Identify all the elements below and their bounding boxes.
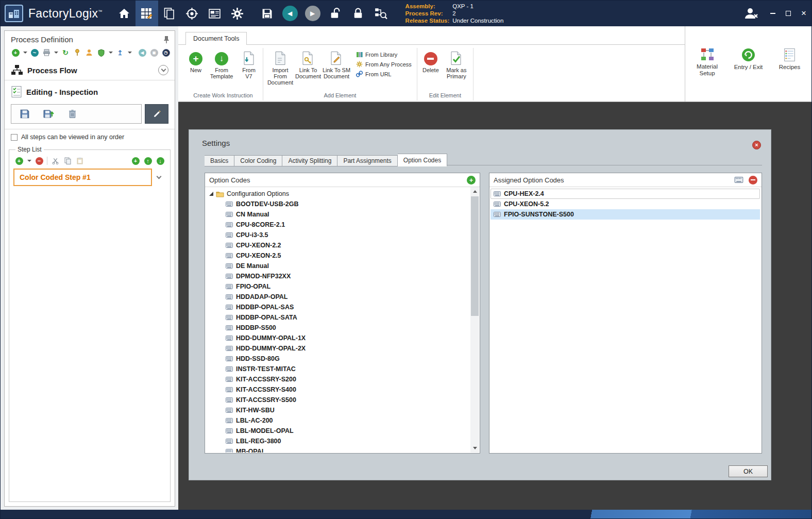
maximize-button[interactable]: [781, 1, 796, 26]
user-icon[interactable]: [84, 48, 94, 57]
option-code-item[interactable]: MB-OPAL: [205, 446, 470, 453]
target-button[interactable]: [181, 1, 204, 26]
material-setup-button[interactable]: Material Setup: [690, 48, 724, 77]
option-code-item[interactable]: HDDBP-OPAL-SATA: [205, 312, 470, 323]
option-code-item[interactable]: HDDBP-S500: [205, 323, 470, 333]
option-code-item[interactable]: KIT-ACCSSRY-S500: [205, 395, 470, 405]
step-chevron-icon[interactable]: [157, 174, 162, 179]
save-document-button[interactable]: [15, 106, 34, 122]
pin-icon[interactable]: [163, 36, 170, 44]
print-caret-icon[interactable]: [54, 52, 58, 54]
find-step-icon[interactable]: +: [131, 156, 140, 165]
assigned-option-item[interactable]: CPU-HEX-2.4: [490, 189, 760, 199]
tab-document-tools[interactable]: Document Tools: [185, 32, 247, 45]
option-code-item[interactable]: CPU-XEON-2.5: [205, 250, 470, 261]
move-step-up-icon[interactable]: ↑: [143, 156, 153, 165]
option-code-item[interactable]: BOOTDEV-USB-2GB: [205, 199, 470, 209]
from-url-button[interactable]: From URL: [356, 71, 412, 77]
remove-step-icon[interactable]: −: [35, 156, 44, 165]
process-flow-row[interactable]: Process Flow: [5, 60, 175, 80]
remove-assigned-button[interactable]: [749, 176, 757, 185]
settings-tab[interactable]: Color Coding: [234, 155, 282, 166]
from-library-button[interactable]: From Library: [356, 51, 412, 58]
option-code-item[interactable]: DPMOD-NFP32XX: [205, 271, 470, 281]
new-button[interactable]: + New: [187, 48, 205, 73]
scrollbar-thumb[interactable]: [471, 196, 479, 316]
cut-icon[interactable]: [50, 156, 60, 165]
print-icon[interactable]: [42, 48, 51, 57]
option-code-item[interactable]: HDD-DUMMY-OPAL-2X: [205, 343, 470, 354]
option-code-item[interactable]: HDD-SSD-80G: [205, 354, 470, 364]
save-as-template-button[interactable]: [39, 106, 58, 122]
option-code-item[interactable]: CPU-XEON-2.2: [205, 240, 470, 250]
edit-mode-button[interactable]: [145, 104, 168, 124]
stop-icon[interactable]: ■: [149, 48, 159, 57]
assigned-option-item[interactable]: FPIO-SUNSTONE-S500: [490, 209, 760, 220]
option-code-item[interactable]: LBL-MODEL-OPAL: [205, 426, 470, 436]
option-code-item[interactable]: DE Manual: [205, 261, 470, 271]
settings-tab[interactable]: Basics: [205, 155, 234, 166]
option-codes-scrollbar[interactable]: [470, 187, 479, 453]
history-icon[interactable]: ◷: [161, 48, 171, 57]
collapse-section-button[interactable]: [158, 65, 168, 75]
home-button[interactable]: [113, 1, 136, 26]
export-caret-icon[interactable]: [128, 52, 132, 54]
tree-expander-icon[interactable]: [209, 192, 213, 196]
paste-icon[interactable]: [75, 156, 84, 165]
add-process-icon[interactable]: +: [11, 48, 20, 57]
lock-button[interactable]: [347, 1, 369, 26]
settings-tab[interactable]: Part Assignments: [337, 155, 397, 166]
recipes-button[interactable]: Recipes: [773, 48, 807, 71]
settings-tab[interactable]: Option Codes: [398, 154, 447, 166]
shield-caret-icon[interactable]: [109, 52, 113, 54]
order-checkbox[interactable]: [11, 134, 18, 141]
option-code-item[interactable]: KIT-ACCSSRY-S200: [205, 374, 470, 384]
mark-as-primary-button[interactable]: Mark as Primary: [443, 48, 470, 79]
from-v7-button[interactable]: From V7: [238, 48, 260, 79]
assigned-option-item[interactable]: CPU-XEON-5.2: [490, 199, 760, 209]
forward-button[interactable]: ▶: [301, 1, 324, 26]
documents-button[interactable]: [158, 1, 181, 26]
from-template-button[interactable]: ↓ From Template: [207, 48, 236, 79]
entry-exit-button[interactable]: Entry / Exit: [732, 48, 766, 71]
delete-element-button[interactable]: Delete: [420, 48, 441, 73]
option-code-item[interactable]: INSTR-TEST-MITAC: [205, 364, 470, 374]
close-button[interactable]: ×: [796, 1, 811, 26]
option-code-item[interactable]: HDDADAP-OPAL: [205, 292, 470, 302]
option-code-item[interactable]: LBL-REG-3800: [205, 436, 470, 446]
step-item[interactable]: Color Coded Step #1: [13, 169, 152, 186]
option-code-item[interactable]: CPU-8CORE-2.1: [205, 220, 470, 230]
sync-icon[interactable]: ↻: [61, 48, 70, 57]
dialog-close-button[interactable]: ×: [752, 141, 761, 149]
option-code-item[interactable]: FPIO-OPAL: [205, 281, 470, 292]
option-code-item[interactable]: CN Manual: [205, 209, 470, 220]
option-code-item[interactable]: LBL-AC-200: [205, 415, 470, 426]
import-from-document-button[interactable]: Import From Document: [266, 48, 294, 86]
keyboard-entry-icon[interactable]: [734, 177, 743, 183]
option-code-item[interactable]: KIT-ACCSSRY-S400: [205, 384, 470, 395]
unlock-button[interactable]: [324, 1, 347, 26]
option-code-item[interactable]: HDD-DUMMY-OPAL-1X: [205, 333, 470, 343]
option-code-item[interactable]: KIT-HW-SBU: [205, 405, 470, 415]
move-step-down-icon[interactable]: ↓: [156, 156, 165, 165]
back-button[interactable]: ◀: [279, 1, 301, 26]
link-to-sm-document-button[interactable]: Link To SM Document: [322, 48, 351, 79]
assign-option-button[interactable]: +: [467, 176, 476, 185]
settings-button[interactable]: [226, 1, 249, 26]
copy-icon[interactable]: [63, 156, 72, 165]
add-process-caret-icon[interactable]: [23, 52, 27, 54]
add-step-icon[interactable]: +: [14, 156, 24, 165]
settings-tab[interactable]: Activity Splitting: [282, 155, 337, 166]
minimize-button[interactable]: [765, 1, 781, 26]
option-code-item[interactable]: CPU-i3-3.5: [205, 230, 470, 240]
pushpin-icon[interactable]: [73, 48, 82, 57]
process-search-button[interactable]: [369, 1, 392, 26]
news-button[interactable]: [204, 1, 226, 26]
scroll-down-icon[interactable]: [470, 444, 479, 453]
from-any-process-button[interactable]: From Any Process: [356, 61, 412, 68]
option-code-item[interactable]: HDDBP-OPAL-SAS: [205, 302, 470, 312]
process-editor-button[interactable]: [136, 1, 158, 26]
link-to-document-button[interactable]: Link To Document: [296, 48, 320, 79]
export-icon[interactable]: ↥: [115, 48, 125, 57]
scroll-up-icon[interactable]: [470, 187, 479, 196]
